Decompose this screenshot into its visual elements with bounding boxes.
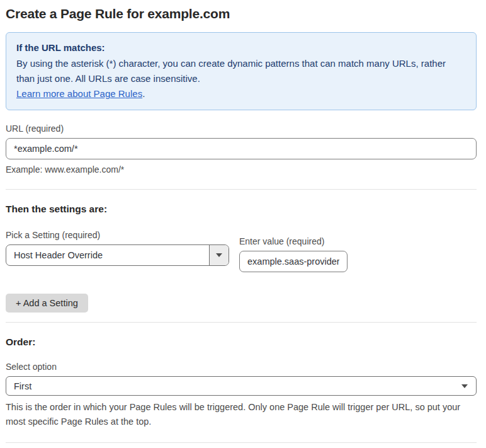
- info-box-body: By using the asterisk (*) character, you…: [16, 56, 466, 86]
- learn-more-link[interactable]: Learn more about Page Rules: [16, 88, 142, 99]
- page-title: Create a Page Rule for example.com: [6, 6, 477, 21]
- url-input[interactable]: [6, 138, 477, 159]
- url-example-helper: Example: www.example.com/*: [6, 164, 477, 175]
- setting-select-arrow-button[interactable]: [209, 245, 229, 265]
- order-select-arrow: [461, 377, 476, 395]
- setting-value-input[interactable]: [239, 251, 348, 272]
- setting-select[interactable]: Host Header Override: [6, 244, 229, 266]
- info-box-link-line: Learn more about Page Rules.: [16, 86, 466, 101]
- add-setting-button[interactable]: + Add a Setting: [6, 294, 88, 313]
- setting-value-column: Enter value (required): [239, 236, 348, 272]
- chevron-down-icon: [216, 253, 222, 257]
- order-helper-text: This is the order in which your Page Rul…: [6, 400, 472, 429]
- settings-row: Pick a Setting (required) Host Header Ov…: [6, 230, 477, 272]
- url-match-info-box: If the URL matches: By using the asteris…: [6, 32, 477, 110]
- url-field-label: URL (required): [6, 123, 477, 134]
- info-box-heading: If the URL matches:: [16, 40, 466, 55]
- order-select-label: Select option: [6, 362, 477, 372]
- setting-select-value: Host Header Override: [6, 245, 209, 265]
- order-section-heading: Order:: [6, 336, 477, 348]
- settings-section-heading: Then the settings are:: [6, 204, 477, 215]
- setting-picker-label: Pick a Setting (required): [6, 230, 229, 240]
- divider: [6, 442, 477, 443]
- divider: [6, 189, 477, 190]
- divider: [6, 322, 477, 323]
- order-select[interactable]: First: [6, 376, 477, 396]
- setting-picker-column: Pick a Setting (required) Host Header Ov…: [6, 230, 229, 272]
- chevron-down-icon: [461, 384, 468, 388]
- page-rule-form: Create a Page Rule for example.com If th…: [0, 0, 482, 448]
- order-select-value: First: [6, 377, 461, 395]
- link-period: .: [142, 88, 145, 99]
- setting-value-label: Enter value (required): [239, 236, 348, 246]
